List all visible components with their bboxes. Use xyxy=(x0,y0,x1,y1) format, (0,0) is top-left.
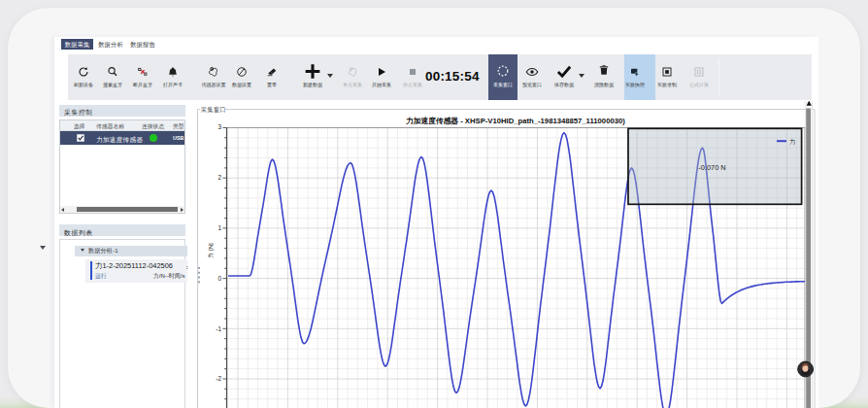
svg-text:力加速度传感器 - XHSP-V10HID_path_-19: 力加速度传感器 - XHSP-V10HID_path_-1981348857_1… xyxy=(405,117,625,125)
svg-text:采集窗口: 采集窗口 xyxy=(201,106,227,114)
svg-text:-0.070 N: -0.070 N xyxy=(698,163,725,172)
svg-text:力 [N]: 力 [N] xyxy=(207,243,214,258)
svg-text:-2: -2 xyxy=(216,375,221,382)
svg-text:0: 0 xyxy=(217,275,221,282)
svg-text:3: 3 xyxy=(217,123,221,130)
svg-text:-1: -1 xyxy=(216,325,221,332)
svg-text:2: 2 xyxy=(217,174,221,181)
svg-text:力: 力 xyxy=(789,138,795,145)
svg-text:1: 1 xyxy=(217,224,221,231)
